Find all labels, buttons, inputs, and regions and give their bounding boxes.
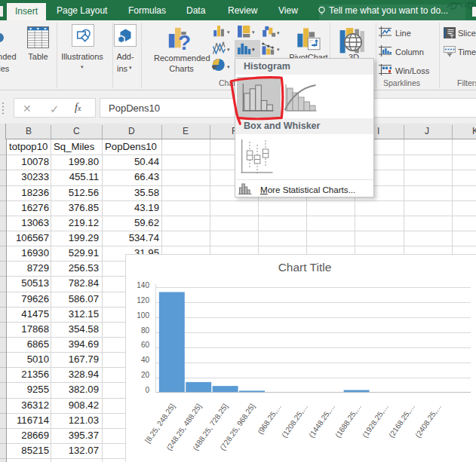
svg-text:?: ? xyxy=(178,31,191,52)
